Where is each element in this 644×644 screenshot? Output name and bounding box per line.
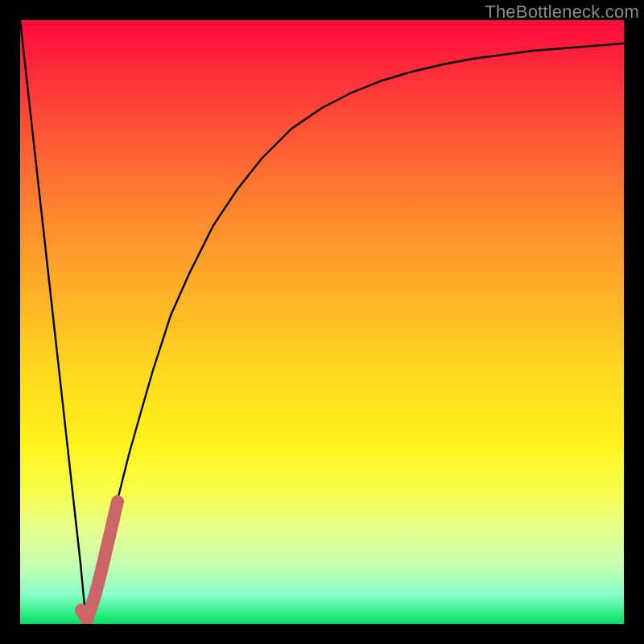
highlight-segment-line (81, 502, 118, 620)
chart-svg (20, 20, 624, 624)
chart-frame: TheBottleneck.com (0, 0, 644, 644)
plot-area (20, 20, 624, 624)
